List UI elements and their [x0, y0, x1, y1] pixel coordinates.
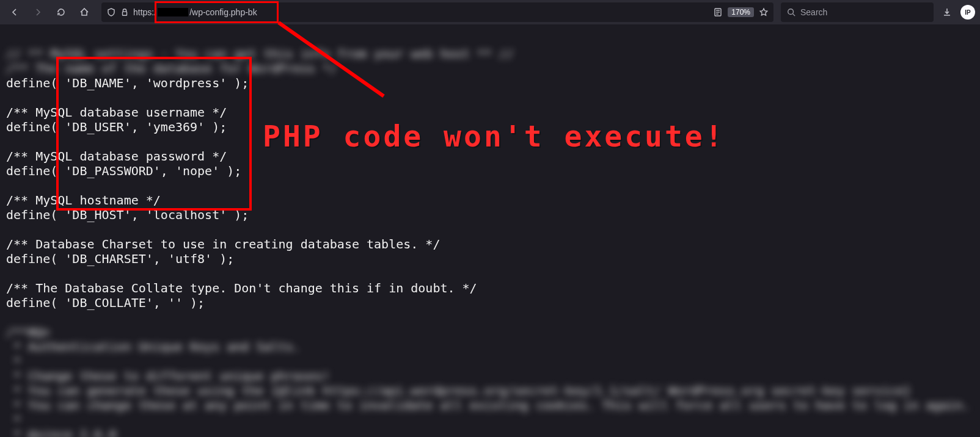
code-line: define( 'DB_COLLATE', '' ); [6, 295, 205, 310]
search-bar[interactable]: Search [781, 2, 934, 22]
blurred-line: * You can generate these using the {@lin… [6, 383, 911, 398]
blurred-line: /** The name of the database for WordPre… [6, 61, 337, 76]
home-icon [79, 7, 89, 17]
reload-button[interactable] [51, 2, 71, 22]
code-line: /** MySQL database username */ [6, 105, 227, 120]
shield-icon [106, 7, 116, 17]
code-line: /** Database Charset to use in creating … [6, 237, 440, 251]
home-button[interactable] [75, 2, 94, 22]
code-line: define( 'DB_NAME', 'wordpress' ); [6, 76, 249, 90]
downloads-button[interactable] [937, 2, 957, 22]
blurred-line: * [6, 354, 21, 369]
page-content: // ** MySQL settings - You can get this … [0, 24, 980, 437]
search-placeholder: Search [800, 7, 827, 17]
blurred-line: * [6, 413, 21, 427]
url-bar[interactable]: https://wp-config.php-bk 170% [101, 2, 773, 22]
code-line: define( 'DB_PASSWORD', 'nope' ); [6, 164, 241, 178]
arrow-right-icon [33, 7, 43, 17]
ip-extension-badge[interactable]: IP [960, 5, 975, 20]
code-line: /** MySQL hostname */ [6, 193, 161, 208]
search-icon [787, 8, 795, 16]
blurred-line: * Authentication Unique Keys and Salts. [6, 339, 301, 354]
code-line: define( 'DB_HOST', 'localhost' ); [6, 208, 249, 222]
reader-mode-icon[interactable] [713, 7, 723, 17]
download-icon [942, 7, 952, 17]
code-line: /** The Database Collate type. Don't cha… [6, 281, 477, 295]
svg-point-5 [788, 9, 794, 15]
url-text: https://wp-config.php-bk [133, 7, 257, 17]
reload-icon [56, 7, 66, 17]
code-line: /** MySQL database password */ [6, 149, 227, 164]
arrow-left-icon [10, 7, 20, 17]
back-button[interactable] [5, 2, 24, 22]
svg-line-6 [793, 14, 795, 16]
redacted-domain [158, 8, 188, 16]
bookmark-icon[interactable] [759, 7, 769, 17]
blurred-line: * Change these to different unique phras… [6, 369, 330, 383]
svg-rect-0 [123, 12, 127, 15]
blurred-line: // ** MySQL settings - You can get this … [6, 46, 514, 61]
code-line: define( 'DB_CHARSET', 'utf8' ); [6, 251, 234, 266]
forward-button[interactable] [28, 2, 48, 22]
blurred-line: * You can change these at any point in t… [6, 398, 970, 413]
browser-toolbar: https://wp-config.php-bk 170% Search IP [0, 0, 980, 24]
blurred-line: /**#@+ [6, 325, 50, 339]
zoom-badge[interactable]: 170% [728, 7, 754, 17]
lock-icon [120, 7, 130, 17]
code-line: define( 'DB_USER', 'yme369' ); [6, 120, 227, 134]
blurred-line: * @since 2.6.0 [6, 427, 117, 437]
